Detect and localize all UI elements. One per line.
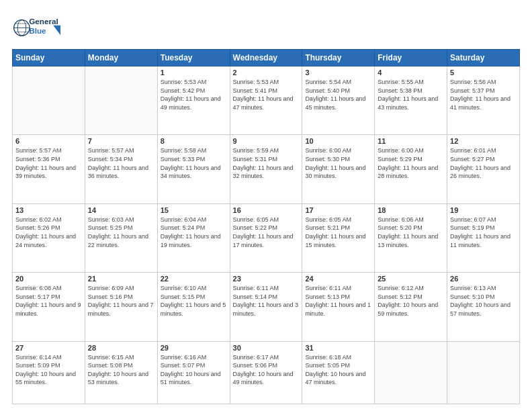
day-info: Sunrise: 6:11 AMSunset: 5:13 PMDaylight:… [305, 284, 371, 318]
calendar-cell [13, 66, 85, 135]
weekday-header-row: SundayMondayTuesdayWednesdayThursdayFrid… [13, 50, 520, 66]
calendar-cell: 23Sunrise: 6:11 AMSunset: 5:14 PMDayligh… [230, 273, 302, 341]
calendar-cell: 2Sunrise: 5:53 AMSunset: 5:41 PMDaylight… [230, 66, 302, 135]
day-info: Sunrise: 6:03 AMSunset: 5:25 PMDaylight:… [88, 216, 154, 249]
day-info: Sunrise: 6:15 AMSunset: 5:08 PMDaylight:… [88, 353, 154, 387]
calendar-cell: 30Sunrise: 6:17 AMSunset: 5:06 PMDayligh… [230, 341, 302, 404]
day-number: 28 [88, 344, 154, 352]
calendar-cell: 9Sunrise: 5:59 AMSunset: 5:31 PMDaylight… [230, 135, 302, 203]
day-info: Sunrise: 6:12 AMSunset: 5:12 PMDaylight:… [378, 284, 444, 318]
calendar-cell: 21Sunrise: 6:09 AMSunset: 5:16 PMDayligh… [85, 273, 157, 341]
calendar-cell [375, 341, 447, 404]
day-info: Sunrise: 6:01 AMSunset: 5:27 PMDaylight:… [450, 146, 517, 180]
calendar-cell: 29Sunrise: 6:16 AMSunset: 5:07 PMDayligh… [157, 341, 230, 404]
day-number: 13 [15, 206, 82, 214]
day-info: Sunrise: 6:08 AMSunset: 5:17 PMDaylight:… [15, 284, 82, 318]
calendar-cell: 12Sunrise: 6:01 AMSunset: 5:27 PMDayligh… [447, 135, 520, 203]
calendar-table: SundayMondayTuesdayWednesdayThursdayFrid… [12, 49, 520, 404]
calendar-cell: 6Sunrise: 5:57 AMSunset: 5:36 PMDaylight… [13, 135, 85, 203]
day-info: Sunrise: 6:07 AMSunset: 5:19 PMDaylight:… [450, 216, 517, 249]
weekday-header-saturday: Saturday [447, 50, 520, 66]
day-info: Sunrise: 6:02 AMSunset: 5:26 PMDaylight:… [15, 216, 82, 249]
day-info: Sunrise: 5:53 AMSunset: 5:42 PMDaylight:… [161, 78, 227, 111]
day-number: 1 [161, 68, 227, 77]
calendar-week-row: 27Sunrise: 6:14 AMSunset: 5:09 PMDayligh… [13, 341, 520, 404]
calendar-cell: 14Sunrise: 6:03 AMSunset: 5:25 PMDayligh… [85, 203, 157, 272]
calendar-cell: 8Sunrise: 5:58 AMSunset: 5:33 PMDaylight… [157, 135, 230, 203]
day-info: Sunrise: 5:54 AMSunset: 5:40 PMDaylight:… [305, 78, 371, 111]
day-info: Sunrise: 6:06 AMSunset: 5:20 PMDaylight:… [378, 216, 444, 249]
calendar-week-row: 13Sunrise: 6:02 AMSunset: 5:26 PMDayligh… [13, 203, 520, 272]
day-info: Sunrise: 6:00 AMSunset: 5:29 PMDaylight:… [378, 146, 444, 180]
weekday-header-friday: Friday [375, 50, 447, 66]
day-number: 7 [88, 137, 154, 145]
calendar-cell: 3Sunrise: 5:54 AMSunset: 5:40 PMDaylight… [302, 66, 375, 135]
day-number: 19 [450, 206, 517, 214]
calendar-cell: 15Sunrise: 6:04 AMSunset: 5:24 PMDayligh… [157, 203, 230, 272]
day-number: 8 [161, 137, 227, 145]
day-info: Sunrise: 6:14 AMSunset: 5:09 PMDaylight:… [15, 353, 82, 387]
day-number: 2 [233, 68, 300, 77]
calendar-cell: 20Sunrise: 6:08 AMSunset: 5:17 PMDayligh… [13, 273, 85, 341]
day-number: 18 [378, 206, 444, 214]
day-number: 20 [15, 275, 82, 283]
weekday-header-sunday: Sunday [13, 50, 85, 66]
day-info: Sunrise: 6:17 AMSunset: 5:06 PMDaylight:… [233, 353, 300, 387]
day-info: Sunrise: 6:09 AMSunset: 5:16 PMDaylight:… [88, 284, 154, 318]
calendar-cell: 31Sunrise: 6:18 AMSunset: 5:05 PMDayligh… [302, 341, 375, 404]
logo-svg: General Blue [12, 12, 73, 42]
day-info: Sunrise: 6:10 AMSunset: 5:15 PMDaylight:… [161, 284, 227, 318]
weekday-header-wednesday: Wednesday [230, 50, 302, 66]
svg-marker-2 [53, 26, 60, 35]
calendar-cell: 11Sunrise: 6:00 AMSunset: 5:29 PMDayligh… [375, 135, 447, 203]
calendar-cell: 13Sunrise: 6:02 AMSunset: 5:26 PMDayligh… [13, 203, 85, 272]
day-number: 23 [233, 275, 300, 283]
day-info: Sunrise: 6:18 AMSunset: 5:05 PMDaylight:… [305, 353, 371, 387]
svg-text:General: General [29, 17, 58, 26]
svg-text:Blue: Blue [29, 26, 46, 35]
calendar-cell: 17Sunrise: 6:05 AMSunset: 5:21 PMDayligh… [302, 203, 375, 272]
calendar-cell: 7Sunrise: 5:57 AMSunset: 5:34 PMDaylight… [85, 135, 157, 203]
calendar-week-row: 6Sunrise: 5:57 AMSunset: 5:36 PMDaylight… [13, 135, 520, 203]
calendar-cell [447, 341, 520, 404]
day-number: 9 [233, 137, 300, 145]
day-info: Sunrise: 6:05 AMSunset: 5:21 PMDaylight:… [305, 216, 371, 249]
day-number: 30 [233, 344, 300, 352]
day-info: Sunrise: 6:13 AMSunset: 5:10 PMDaylight:… [450, 284, 517, 318]
calendar-week-row: 1Sunrise: 5:53 AMSunset: 5:42 PMDaylight… [13, 66, 520, 135]
day-info: Sunrise: 5:57 AMSunset: 5:36 PMDaylight:… [15, 146, 82, 180]
day-number: 12 [450, 137, 517, 145]
day-info: Sunrise: 5:56 AMSunset: 5:37 PMDaylight:… [450, 78, 517, 111]
calendar-cell: 27Sunrise: 6:14 AMSunset: 5:09 PMDayligh… [13, 341, 85, 404]
day-number: 31 [305, 344, 371, 352]
day-number: 3 [305, 68, 371, 77]
day-number: 24 [305, 275, 371, 283]
calendar-cell: 22Sunrise: 6:10 AMSunset: 5:15 PMDayligh… [157, 273, 230, 341]
calendar-cell: 10Sunrise: 6:00 AMSunset: 5:30 PMDayligh… [302, 135, 375, 203]
day-info: Sunrise: 6:00 AMSunset: 5:30 PMDaylight:… [305, 146, 371, 180]
calendar-cell: 1Sunrise: 5:53 AMSunset: 5:42 PMDaylight… [157, 66, 230, 135]
day-info: Sunrise: 5:57 AMSunset: 5:34 PMDaylight:… [88, 146, 154, 180]
day-number: 14 [88, 206, 154, 214]
calendar-cell: 5Sunrise: 5:56 AMSunset: 5:37 PMDaylight… [447, 66, 520, 135]
day-number: 16 [233, 206, 300, 214]
day-info: Sunrise: 6:16 AMSunset: 5:07 PMDaylight:… [161, 353, 227, 387]
weekday-header-monday: Monday [85, 50, 157, 66]
day-info: Sunrise: 5:53 AMSunset: 5:41 PMDaylight:… [233, 78, 300, 111]
calendar-cell: 16Sunrise: 6:05 AMSunset: 5:22 PMDayligh… [230, 203, 302, 272]
calendar-cell: 18Sunrise: 6:06 AMSunset: 5:20 PMDayligh… [375, 203, 447, 272]
day-number: 27 [15, 344, 82, 352]
calendar-cell [85, 66, 157, 135]
logo: General Blue [12, 12, 73, 42]
page: General Blue SundayMondayTuesdayWednesda… [0, 0, 532, 411]
calendar-cell: 4Sunrise: 5:55 AMSunset: 5:38 PMDaylight… [375, 66, 447, 135]
weekday-header-thursday: Thursday [302, 50, 375, 66]
day-number: 10 [305, 137, 371, 145]
day-number: 6 [15, 137, 82, 145]
day-info: Sunrise: 5:59 AMSunset: 5:31 PMDaylight:… [233, 146, 300, 180]
day-info: Sunrise: 5:58 AMSunset: 5:33 PMDaylight:… [161, 146, 227, 180]
calendar-cell: 28Sunrise: 6:15 AMSunset: 5:08 PMDayligh… [85, 341, 157, 404]
weekday-header-tuesday: Tuesday [157, 50, 230, 66]
day-info: Sunrise: 6:05 AMSunset: 5:22 PMDaylight:… [233, 216, 300, 249]
calendar-cell: 26Sunrise: 6:13 AMSunset: 5:10 PMDayligh… [447, 273, 520, 341]
